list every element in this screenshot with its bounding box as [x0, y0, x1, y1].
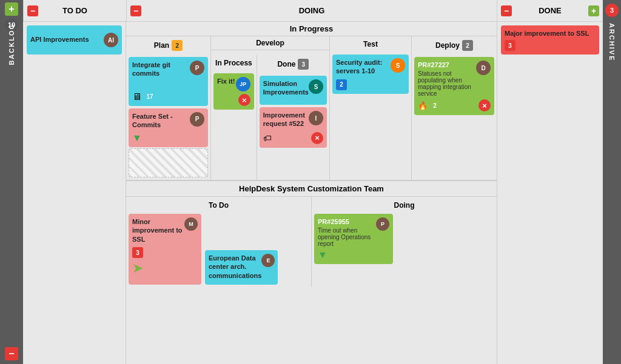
in-progress-header: In Progress: [126, 22, 497, 36]
kanban-board: + 10 BACKLOG − − TO DO − DOING − DONE +: [0, 0, 621, 364]
develop-sub-cols: In Process Fix it! JP ×: [211, 55, 329, 180]
helpdesk-todo-header: To Do: [129, 199, 309, 211]
done-count-badge: 3: [298, 59, 309, 70]
card-integrate-git[interactable]: Integrate git commits P 🖥 17: [129, 57, 208, 106]
card-title: API Improvements: [30, 35, 89, 44]
remove-button[interactable]: ×: [238, 94, 250, 106]
doing-column-header: − DOING: [126, 0, 497, 21]
remove-button[interactable]: ×: [478, 99, 491, 111]
deploy-header: Deploy 2: [414, 39, 494, 52]
fire-icon: 🔥: [418, 101, 428, 110]
avatar: S: [391, 58, 405, 73]
backlog-minus-button[interactable]: −: [5, 347, 18, 360]
avatar: M: [184, 217, 198, 231]
helpdesk-section: HelpDesk System Customization Team To Do…: [126, 180, 497, 287]
right-arrow-icon: ➤: [132, 260, 143, 276]
helpdesk-todo-column: To Do Minor improvement to SSL M 3: [126, 197, 312, 287]
card-title: Improvement request #522: [263, 111, 309, 128]
avatar: D: [476, 61, 491, 75]
card-title: Feature Set - Commits: [132, 112, 190, 130]
card-title: Fix it!: [217, 77, 235, 85]
plan-column: Plan 2 Integrate git commits P 🖥 17: [126, 36, 211, 180]
card-feature-set[interactable]: Feature Set - Commits P ▼: [129, 108, 208, 148]
todo-minus-button[interactable]: −: [27, 5, 38, 16]
card-major-ssl[interactable]: Major improvement to SSL 3: [501, 25, 599, 55]
card-pr-title: PR#27227: [418, 61, 476, 69]
card-title: Major improvement to SSL: [505, 30, 589, 37]
deploy-column: Deploy 2 PR#27227 Statuses not populatin…: [412, 36, 497, 180]
todo-column-header: − TO DO: [23, 0, 126, 21]
card-european-datacenter[interactable]: European Data center arch. communication…: [205, 250, 278, 285]
plan-header: Plan 2: [129, 39, 208, 52]
card-security-audit[interactable]: Security audit: servers 1-10 S 2: [332, 55, 409, 94]
avatar: AI: [104, 33, 118, 47]
card-pr-subtitle: Statuses not populating when mapping int…: [418, 70, 476, 97]
done-minus-button[interactable]: −: [501, 5, 512, 16]
tag-icon: 🏷: [263, 133, 272, 143]
card-title: European Data center arch. communication…: [209, 254, 261, 280]
todo-header-label: TO DO: [62, 6, 87, 15]
doing-minus-button[interactable]: −: [130, 5, 141, 16]
avatar: JP: [236, 77, 250, 91]
card-pr-subtitle: Time out when opening Operations report: [318, 227, 376, 247]
doing-header-label: DOING: [299, 6, 325, 15]
card-title: Integrate git commits: [132, 61, 190, 78]
in-process-header: In Process: [213, 58, 254, 68]
top-bar: − TO DO − DOING − DONE +: [23, 0, 603, 22]
card-title: Simulation Improvements: [263, 79, 309, 97]
deploy-count: 2: [429, 100, 440, 111]
done-header-label: DONE: [539, 6, 562, 15]
todo-column: API Improvements AI: [23, 22, 126, 364]
card-pr-title: PR#25955: [318, 217, 376, 226]
card-minor-ssl[interactable]: Minor improvement to SSL M 3 ➤: [129, 214, 201, 285]
archive-count: 3: [605, 4, 619, 17]
done-column: Major improvement to SSL 3: [497, 22, 603, 364]
card-hatched: [129, 148, 208, 177]
card-feature-set-wrapper: Feature Set - Commits P ▼: [129, 108, 208, 178]
done-sub-header: Done 3: [260, 58, 327, 71]
doing-columns: Plan 2 Integrate git commits P 🖥 17: [126, 36, 497, 180]
done-column-header: − DONE +: [497, 0, 603, 21]
helpdesk-header: HelpDesk System Customization Team: [126, 181, 497, 197]
card-improvement-request[interactable]: Improvement request #522 I 🏷 ×: [260, 107, 327, 148]
avatar: P: [376, 217, 389, 231]
done-card-count: 3: [505, 40, 515, 51]
test-column: Test Security audit: servers 1-10 S 2: [330, 36, 412, 180]
card-title: Security audit: servers 1-10: [336, 58, 391, 76]
down-arrow-icon: ▼: [318, 250, 327, 260]
archive-column: 3 ARCHIVE: [603, 0, 621, 364]
helpdesk-doing-cards: PR#25955 Time out when opening Operation…: [314, 214, 494, 264]
avatar: I: [309, 111, 323, 125]
content-area: API Improvements AI In Progress Plan 2: [23, 22, 603, 364]
card-count: 3: [132, 247, 143, 258]
archive-label: ARCHIVE: [608, 23, 616, 62]
card-pr27227[interactable]: PR#27227 Statuses not populating when ma…: [414, 57, 494, 115]
done-plus-button[interactable]: +: [588, 5, 599, 16]
avatar: S: [309, 79, 323, 94]
down-arrow-icon: ▼: [132, 133, 142, 143]
backlog-label: BACKLOG: [8, 23, 15, 65]
backlog-column: + 10 BACKLOG −: [0, 0, 23, 364]
avatar: P: [190, 112, 204, 127]
helpdesk-todo-cards: Minor improvement to SSL M 3 ➤: [129, 214, 309, 285]
avatar: P: [190, 61, 204, 75]
helpdesk-columns: To Do Minor improvement to SSL M 3: [126, 197, 497, 287]
test-count-badge: 2: [336, 79, 347, 90]
backlog-plus-button[interactable]: +: [5, 2, 18, 16]
develop-header: Develop: [211, 36, 329, 50]
card-fix-it[interactable]: Fix it! JP ×: [213, 73, 254, 110]
develop-column: Develop In Process Fix it! JP: [211, 36, 330, 180]
plan-card-count: 17: [144, 91, 155, 102]
develop-in-process: In Process Fix it! JP ×: [211, 55, 257, 180]
helpdesk-doing-column: Doing PR#25955 Time out when opening Ope…: [312, 197, 497, 287]
card-api-improvements[interactable]: API Improvements AI: [27, 25, 122, 55]
card-title: Minor improvement to SSL: [132, 217, 184, 243]
plan-count-badge: 2: [172, 40, 183, 51]
remove-button[interactable]: ×: [311, 132, 323, 144]
develop-done: Done 3 Simulation Improvements S: [257, 55, 329, 180]
avatar: E: [261, 254, 275, 267]
card-simulation[interactable]: Simulation Improvements S: [260, 76, 327, 105]
card-pr25955[interactable]: PR#25955 Time out when opening Operation…: [314, 214, 393, 264]
test-header: Test: [332, 39, 409, 50]
helpdesk-doing-header: Doing: [314, 199, 494, 211]
